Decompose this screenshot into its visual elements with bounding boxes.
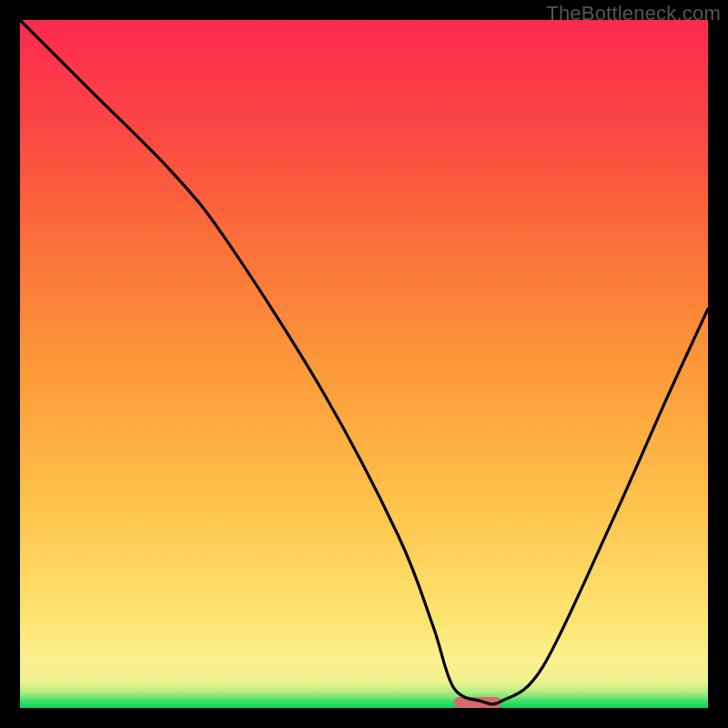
bottleneck-chart [20, 20, 708, 708]
optimal-range-marker [453, 697, 501, 708]
chart-frame [20, 20, 708, 708]
